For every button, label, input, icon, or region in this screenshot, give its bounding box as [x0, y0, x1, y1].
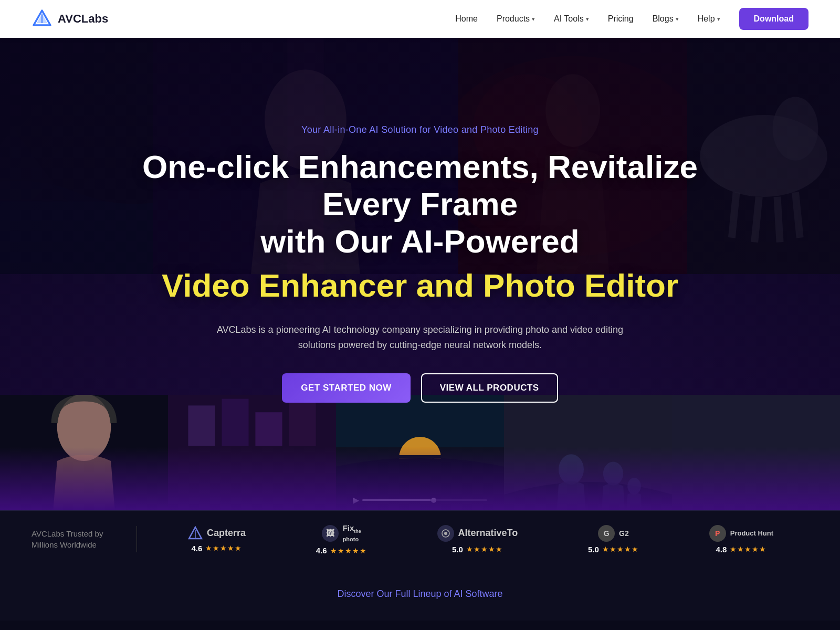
- svg-point-42: [444, 532, 447, 535]
- hero-content: Your All-in-One AI Solution for Video an…: [131, 124, 709, 403]
- get-started-button[interactable]: GET STARTED NOW: [282, 373, 410, 403]
- svg-rect-25: [255, 412, 282, 446]
- alternativeto-rating: 5.0 ★★★★★: [452, 545, 503, 554]
- fixphoto-icon: 🖼: [322, 525, 339, 542]
- capterra-icon: [188, 526, 203, 541]
- trust-bar: AVCLabs Trusted by Millions Worldwide Ca…: [0, 510, 840, 568]
- capterra-rating: 4.6 ★★★★★: [192, 544, 243, 553]
- hero-title: One-click Enhancements, Revitalize Every…: [131, 148, 709, 260]
- svg-rect-26: [289, 402, 316, 446]
- hero-bottom-fade: [0, 447, 840, 510]
- nav-products[interactable]: Products ▾: [497, 14, 535, 24]
- trust-divider: [136, 526, 137, 552]
- nav-help[interactable]: Help ▾: [698, 14, 720, 24]
- trust-capterra: Capterra 4.6 ★★★★★: [188, 526, 246, 553]
- trust-fixphoto: 🖼 Fixthephoto 4.6 ★★★★★: [316, 523, 367, 555]
- fixphoto-logo: 🖼 Fixthephoto: [322, 523, 361, 543]
- hero-section: Your All-in-One AI Solution for Video an…: [0, 38, 840, 510]
- logo-text: AVCLabs: [58, 12, 108, 26]
- nav-home[interactable]: Home: [455, 14, 478, 24]
- g2-stars: ★★★★★: [602, 545, 639, 553]
- products-chevron-icon: ▾: [532, 16, 535, 23]
- trust-g2: G G2 5.0 ★★★★★: [588, 525, 639, 554]
- g2-rating: 5.0 ★★★★★: [588, 545, 639, 554]
- g2-icon: G: [598, 525, 615, 542]
- svg-rect-23: [188, 405, 215, 446]
- trust-intro: AVCLabs Trusted by Millions Worldwide: [32, 528, 136, 550]
- fixphoto-rating: 4.6 ★★★★★: [316, 546, 367, 555]
- blogs-chevron-icon: ▾: [676, 16, 679, 23]
- bottom-section: Discover Our Full Lineup of AI Software: [0, 568, 840, 621]
- producthunt-icon: P: [709, 525, 726, 542]
- discover-link[interactable]: Discover Our Full Lineup of AI Software: [337, 589, 502, 599]
- hero-buttons: GET STARTED NOW VIEW ALL PRODUCTS: [131, 373, 709, 403]
- hero-description: AVCLabs is a pioneering AI technology co…: [210, 322, 630, 353]
- nav-links: Home Products ▾ AI Tools ▾ Pricing Blogs…: [455, 8, 808, 30]
- aitools-chevron-icon: ▾: [586, 16, 589, 23]
- help-chevron-icon: ▾: [717, 16, 720, 23]
- producthunt-stars: ★★★★★: [730, 545, 766, 553]
- nav-ai-tools[interactable]: AI Tools ▾: [554, 14, 589, 24]
- capterra-logo: Capterra: [188, 526, 246, 541]
- download-button[interactable]: Download: [739, 8, 808, 30]
- nav-pricing[interactable]: Pricing: [608, 14, 634, 24]
- alternativeto-stars: ★★★★★: [466, 545, 503, 553]
- navbar: AVCLabs Home Products ▾ AI Tools ▾ Prici…: [0, 0, 840, 38]
- trust-alternativeto: AlternativeTo 5.0 ★★★★★: [437, 525, 518, 554]
- capterra-stars: ★★★★★: [205, 544, 242, 552]
- producthunt-rating: 4.8 ★★★★★: [716, 545, 766, 554]
- hero-tagline: Your All-in-One AI Solution for Video an…: [131, 124, 709, 135]
- trust-items: Capterra 4.6 ★★★★★ 🖼 Fixthephoto 4.6 ★★★…: [153, 523, 808, 555]
- g2-logo: G G2: [598, 525, 629, 542]
- view-products-button[interactable]: VIEW ALL PRODUCTS: [421, 373, 558, 403]
- logo-area[interactable]: AVCLabs: [32, 8, 108, 29]
- hero-title-accent: Video Enhancer and Photo Editor: [131, 266, 709, 305]
- alternativeto-icon: [437, 525, 454, 542]
- fixphoto-stars: ★★★★★: [330, 547, 367, 555]
- avclabs-logo-icon: [32, 8, 52, 29]
- trust-producthunt: P Product Hunt 4.8 ★★★★★: [709, 525, 773, 554]
- svg-rect-24: [222, 399, 248, 446]
- producthunt-logo: P Product Hunt: [709, 525, 773, 542]
- alternativeto-logo: AlternativeTo: [437, 525, 518, 542]
- nav-blogs[interactable]: Blogs ▾: [653, 14, 679, 24]
